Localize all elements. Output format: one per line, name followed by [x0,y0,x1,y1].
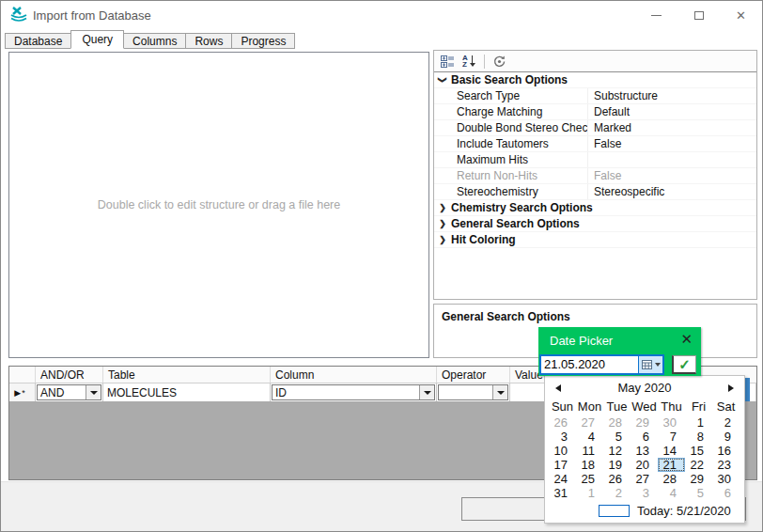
column-header-table[interactable]: Table [103,367,271,383]
tab-database[interactable]: Database [5,33,71,49]
calendar-day-12[interactable]: 12 [603,444,631,458]
calendar-day-9[interactable]: 9 [712,430,740,444]
tab-progress[interactable]: Progress [231,33,295,49]
search-options-panel: A Z ❯Basic Search OptionsSearch TypeSubs… [433,50,757,300]
calendar-day-17[interactable]: 17 [549,458,576,472]
category-label: Chemistry Search Options [451,200,593,215]
calendar-day-29[interactable]: 29 [685,472,712,486]
column-header-and-or[interactable]: AND/OR [36,367,103,383]
calendar-day-31[interactable]: 31 [549,486,576,500]
tab-columns[interactable]: Columns [123,33,186,49]
confirm-date-button[interactable]: ✓ [672,355,696,374]
table-cell[interactable]: MOLECULES [103,383,271,401]
calendar-day-25[interactable]: 25 [576,472,603,486]
calendar-day-26[interactable]: 26 [603,472,631,486]
property-row-charge-matching[interactable]: Charge MatchingDefault [434,104,756,120]
property-category-chemistry-search-options[interactable]: ❯Chemistry Search Options [434,200,756,216]
categorized-view-icon[interactable] [437,53,458,70]
operator-dropdown-button[interactable] [492,385,507,399]
property-row-double-bond-stereo-check[interactable]: Double Bond Stereo CheckMarked [434,120,756,136]
column-header-column[interactable]: Column [271,367,437,383]
calendar-day-7[interactable]: 7 [658,430,685,444]
property-value[interactable]: Substructure [587,88,756,103]
and-or-value: AND [38,386,86,399]
calendar-day-11[interactable]: 11 [576,444,603,458]
calendar-day-3-adjacent[interactable]: 3 [631,486,658,500]
date-input-field[interactable]: 21.05.2020 [539,354,664,375]
calendar-day-13[interactable]: 13 [631,444,658,458]
minimize-button[interactable] [635,1,677,29]
calendar-day-6-adjacent[interactable]: 6 [712,486,740,500]
alphabetical-sort-icon[interactable]: A Z [459,53,479,70]
row-selector-cell[interactable]: ▶* [9,383,36,401]
structure-editor-area[interactable]: Double click to edit structure or drag a… [8,52,429,358]
chevron-right-icon[interactable]: ❯ [434,200,451,215]
calendar-day-26-adjacent[interactable]: 26 [549,415,576,430]
previous-month-button[interactable] [555,384,561,392]
property-value[interactable]: Default [587,104,756,119]
chevron-right-icon[interactable]: ❯ [434,232,451,247]
calendar-day-2-adjacent[interactable]: 2 [603,486,631,500]
calendar-day-4[interactable]: 4 [576,430,603,444]
property-value[interactable]: Stereospecific [587,184,756,199]
and-or-combobox[interactable]: AND [37,384,101,400]
property-row-maximum-hits[interactable]: Maximum Hits [434,152,756,168]
calendar-day-23[interactable]: 23 [712,458,740,472]
reset-options-icon[interactable] [489,53,509,70]
calendar-day-24[interactable]: 24 [549,472,576,486]
next-month-button[interactable] [728,384,734,392]
calendar-dropdown-button[interactable] [638,356,662,373]
calendar-day-28-adjacent[interactable]: 28 [603,415,631,430]
category-label: General Search Options [451,216,580,231]
and-or-dropdown-button[interactable] [86,385,101,399]
property-category-hit-coloring[interactable]: ❯Hit Coloring [434,232,756,248]
calendar-day-30-adjacent[interactable]: 30 [658,415,685,430]
tab-query[interactable]: Query [70,30,124,49]
calendar-day-30[interactable]: 30 [712,472,740,486]
column-dropdown-button[interactable] [419,385,434,399]
calendar-day-16[interactable]: 16 [712,444,740,458]
chevron-right-icon[interactable]: ❯ [434,216,451,231]
calendar-day-4-adjacent[interactable]: 4 [658,486,685,500]
calendar-day-27-adjacent[interactable]: 27 [576,415,603,430]
property-value[interactable]: False [587,136,756,151]
column-header-operator[interactable]: Operator [437,367,510,383]
property-value[interactable]: False [587,168,756,183]
calendar-day-6[interactable]: 6 [631,430,658,444]
property-row-return-non-hits[interactable]: Return Non-HitsFalse [434,168,756,184]
calendar-day-27[interactable]: 27 [631,472,658,486]
property-value[interactable] [587,152,756,167]
property-category-general-search-options[interactable]: ❯General Search Options [434,216,756,232]
column-combobox[interactable]: ID [272,384,435,400]
calendar-day-28[interactable]: 28 [658,472,685,486]
calendar-day-21-selected[interactable]: 21 [658,458,685,472]
calendar-day-18[interactable]: 18 [576,458,603,472]
property-row-stereochemistry[interactable]: StereochemistryStereospecific [434,184,756,200]
chevron-down-icon[interactable]: ❯ [435,71,450,88]
calendar-day-22[interactable]: 22 [685,458,712,472]
column-header-selector[interactable] [9,367,36,383]
calendar-day-29-adjacent[interactable]: 29 [631,415,658,430]
calendar-day-3[interactable]: 3 [549,430,576,444]
calendar-day-19[interactable]: 19 [603,458,631,472]
calendar-day-20[interactable]: 20 [631,458,658,472]
close-icon[interactable]: ✕ [680,332,693,346]
maximize-button[interactable] [677,1,720,29]
calendar-today-row[interactable]: Today: 5/21/2020 [545,504,744,518]
calendar-day-2[interactable]: 2 [712,415,740,430]
calendar-day-15[interactable]: 15 [685,444,712,458]
calendar-day-5[interactable]: 5 [603,430,631,444]
calendar-day-10[interactable]: 10 [549,444,576,458]
calendar-day-14[interactable]: 14 [658,444,685,458]
property-category-basic-search-options[interactable]: ❯Basic Search Options [434,72,756,88]
property-row-search-type[interactable]: Search TypeSubstructure [434,88,756,104]
close-button[interactable]: ✕ [720,1,762,29]
property-row-include-tautomers[interactable]: Include TautomersFalse [434,136,756,152]
calendar-day-1[interactable]: 1 [685,415,712,430]
calendar-day-1-adjacent[interactable]: 1 [576,486,603,500]
property-value[interactable]: Marked [587,120,756,135]
operator-combobox[interactable] [438,384,508,400]
tab-rows[interactable]: Rows [185,33,232,49]
calendar-day-5-adjacent[interactable]: 5 [685,486,712,500]
calendar-day-8[interactable]: 8 [685,430,712,444]
